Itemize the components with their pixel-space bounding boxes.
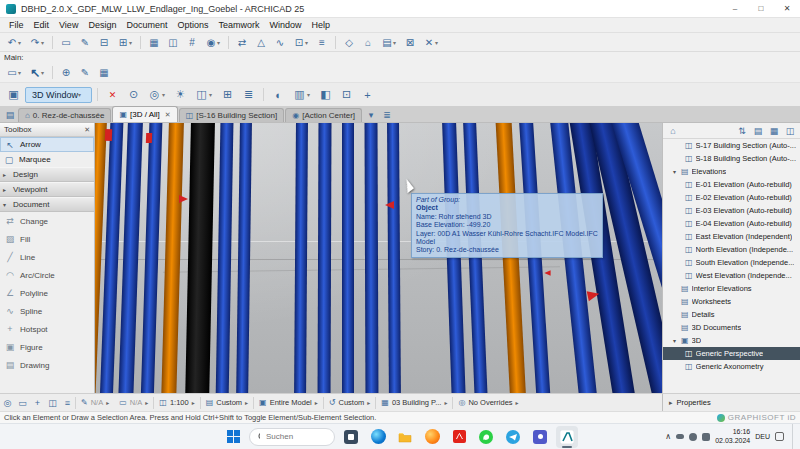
menu-help[interactable]: Help	[307, 20, 336, 30]
toolbox-tool-spline[interactable]: ∿ Spline	[0, 302, 94, 320]
tray-overflow-icon[interactable]: ∧	[665, 432, 671, 441]
taskbar-clock[interactable]: 16:16 02.03.2024	[715, 428, 750, 444]
shading-icon[interactable]: ◐	[269, 86, 288, 104]
grid-dropdown-icon[interactable]: ▾	[129, 39, 136, 46]
toolbox-tool-hotspot[interactable]: + Hotspot	[0, 320, 94, 338]
pipe-object[interactable]	[387, 123, 401, 393]
structure-display-selector[interactable]: ▣Entire Model▸	[254, 394, 323, 411]
tab-menu-icon[interactable]: ≣	[379, 108, 395, 122]
layout-book-icon[interactable]: ▦	[767, 126, 781, 136]
teams-button[interactable]	[529, 426, 551, 448]
toolbox-arrow-tool[interactable]: ↖ Arrow	[0, 137, 94, 152]
menu-view[interactable]: View	[54, 20, 83, 30]
task-view-button[interactable]	[340, 426, 362, 448]
swap-icon[interactable]: ⇄	[233, 34, 251, 50]
acrobat-button[interactable]	[448, 426, 470, 448]
box-view-icon[interactable]: ⊡	[337, 86, 356, 104]
toolbox-tool-drawing[interactable]: ▤ Drawing	[0, 356, 94, 374]
dimension-standard-selector[interactable]: ▦03 Building P...▸	[376, 394, 452, 411]
explore-dropdown-icon[interactable]: ▾	[162, 91, 169, 98]
snap-grid-icon[interactable]: #	[183, 34, 201, 50]
layer-combination-selector[interactable]: ▤Custom▸	[201, 394, 253, 411]
graphic-override-selector[interactable]: ◎No Overrides▸	[453, 394, 523, 411]
target-dropdown-icon[interactable]: ▾	[217, 39, 224, 46]
list-options-icon[interactable]: ≡	[60, 398, 75, 408]
file-explorer-button[interactable]	[394, 426, 416, 448]
pipe-object[interactable]	[364, 123, 378, 393]
renovation-filter-selector[interactable]: ↺Custom▸	[324, 394, 376, 411]
window-options-icon[interactable]: ◫	[45, 398, 60, 408]
toolbox-titlebar[interactable]: Toolbox ✕	[0, 123, 94, 137]
tree-item-west-elevation[interactable]: ◫West Elevation (Independe...	[663, 269, 800, 282]
add-options-icon[interactable]: +	[30, 398, 45, 408]
maximize-button[interactable]: □	[748, 0, 774, 17]
menu-teamwork[interactable]: Teamwork	[213, 20, 264, 30]
onedrive-icon[interactable]	[676, 434, 684, 439]
delete-icon[interactable]: ⊠	[401, 34, 419, 50]
telegram-button[interactable]	[502, 426, 524, 448]
language-indicator[interactable]: DEU	[755, 433, 770, 440]
home-story-icon[interactable]: ⌂	[359, 34, 377, 50]
object-dropdown-icon[interactable]: ▾	[305, 39, 312, 46]
tab-3d-all[interactable]: ▣ [3D / All] ✕	[112, 106, 177, 122]
add-icon[interactable]: ⊕	[57, 64, 75, 81]
window-select-icon[interactable]: ◫	[164, 34, 182, 50]
pen-set-selector[interactable]: ✎N/A▸	[76, 394, 114, 411]
quick-options-icon[interactable]: ◎	[0, 398, 15, 408]
tree-item-e01-elevation[interactable]: ◫E-01 Elevation (Auto-rebuild)	[663, 178, 800, 191]
project-chooser-icon[interactable]: ⌂	[666, 126, 680, 136]
tab-close-icon[interactable]: ✕	[165, 111, 171, 119]
tree-item-s17-section[interactable]: ◫S-17 Building Section (Auto-...	[663, 139, 800, 152]
menu-document[interactable]: Document	[121, 20, 172, 30]
toolbox-section-design[interactable]: ▸ Design	[0, 167, 94, 182]
layers-dropdown-icon[interactable]: ▾	[393, 39, 400, 46]
marquee-icon[interactable]: ▭	[57, 34, 75, 50]
tree-item-s18-section[interactable]: ◫S-18 Building Section (Auto-...	[663, 152, 800, 165]
roof-tool-icon[interactable]: △	[252, 34, 270, 50]
minimize-button[interactable]: –	[722, 0, 748, 17]
column-view-icon[interactable]: ◧	[316, 86, 335, 104]
whatsapp-button[interactable]	[475, 426, 497, 448]
tree-item-e03-elevation[interactable]: ◫E-03 Elevation (Auto-rebuild)	[663, 204, 800, 217]
tree-folder-worksheets[interactable]: ▤Worksheets	[663, 295, 800, 308]
fill-icon[interactable]: ▦	[145, 34, 163, 50]
expander-icon[interactable]: ▾	[671, 168, 678, 175]
tree-item-east-elevation[interactable]: ◫East Elevation (Independent)	[663, 230, 800, 243]
notification-bell-icon[interactable]	[775, 432, 784, 441]
edit-icon[interactable]: ✎	[76, 64, 94, 81]
sun-settings-icon[interactable]: ☀	[171, 86, 190, 104]
publisher-icon[interactable]: ◫	[783, 126, 797, 136]
search-input[interactable]	[264, 431, 326, 442]
toolbox-marquee-tool[interactable]: ▢ Marquee	[0, 152, 94, 167]
view-settings-dropdown-icon[interactable]: ▾	[209, 91, 216, 98]
tab-list-icon[interactable]: ▤	[2, 108, 18, 122]
add-view-icon[interactable]: +	[358, 86, 377, 104]
project-map-icon[interactable]: ▤	[751, 126, 765, 136]
marquee-options-icon[interactable]: ▭	[15, 398, 30, 408]
expander-icon[interactable]: ▾	[671, 337, 678, 344]
tab-dropdown-icon[interactable]: ▾	[363, 108, 379, 122]
tree-folder-interior-elevations[interactable]: ▤Interior Elevations	[663, 282, 800, 295]
rotate-icon[interactable]: ◇	[340, 34, 358, 50]
tree-folder-details[interactable]: ▤Details	[663, 308, 800, 321]
undo-dropdown-icon[interactable]: ▾	[18, 39, 25, 46]
scale-selector[interactable]: ◫1:100▸	[154, 394, 199, 411]
pencil-icon[interactable]: ✎	[76, 34, 94, 50]
tree-item-e04-elevation[interactable]: ◫E-04 Elevation (Auto-rebuild)	[663, 217, 800, 230]
toolbox-tool-fill[interactable]: ▨ Fill	[0, 230, 94, 248]
dock-dropdown-icon[interactable]: ▾	[18, 69, 25, 76]
toolbox-tool-figure[interactable]: ▣ Figure	[0, 338, 94, 356]
pipe-object[interactable]	[294, 123, 308, 393]
tree-folder-3d[interactable]: ▾▣3D	[663, 334, 800, 347]
properties-panel-header[interactable]: ▸ Properties	[662, 394, 800, 411]
toolbox-tool-line[interactable]: ╱ Line	[0, 248, 94, 266]
toolbar-overflow-icon[interactable]: ▾	[435, 39, 442, 46]
menu-window[interactable]: Window	[264, 20, 306, 30]
3d-viewport[interactable]: Part of Group: Object Name: Rohr stehend…	[95, 123, 662, 393]
list-icon[interactable]: ≡	[313, 34, 331, 50]
edge-button[interactable]	[367, 426, 389, 448]
show-desktop-handle[interactable]	[792, 424, 796, 449]
tab-s16-building-section[interactable]: ◫ [S-16 Building Section]	[179, 108, 285, 122]
firefox-button[interactable]	[421, 426, 443, 448]
layer-list-icon[interactable]: ≣	[239, 86, 258, 104]
